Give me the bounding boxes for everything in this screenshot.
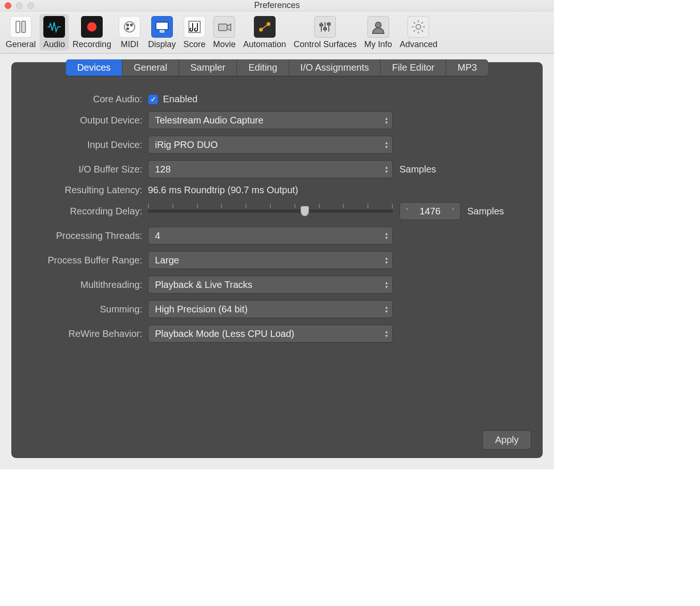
toolbar-tab-myinfo[interactable]: My Info [360,14,396,50]
devices-form: Core Audio: ✓ Enabled Output Device: Tel… [11,77,543,354]
row-input-device: Input Device: iRig PRO DUO ▴▾ [25,136,529,154]
multithreading-select[interactable]: Playback & Live Tracks ▴▾ [148,276,393,294]
stepper-up-icon[interactable]: ˄ [450,208,456,214]
row-recording-delay: Recording Delay: ˅ 1476 ˄ Sa [25,202,529,220]
output-device-label: Output Device: [25,115,148,126]
chevrons-icon: ▴▾ [385,116,388,124]
toolbar-tab-movie[interactable]: Movie [209,14,239,50]
toolbar-tab-control[interactable]: Control Surfaces [290,14,360,50]
toolbar-label: Display [148,40,176,49]
row-output-device: Output Device: Telestream Audio Capture … [25,111,529,129]
subtab-general[interactable]: General [122,59,179,76]
chevrons-icon: ▴▾ [385,281,388,289]
svg-rect-18 [327,23,330,25]
toolbar-label: Recording [73,40,111,49]
process-buffer-range-label: Process Buffer Range: [25,255,148,266]
toolbar-tab-general[interactable]: General [2,14,40,50]
rewire-select[interactable]: Playback Mode (Less CPU Load) ▴▾ [148,325,393,343]
latency-value: 96.6 ms Roundtrip (90.7 ms Output) [148,185,298,196]
svg-rect-16 [320,24,323,26]
subtab-devices[interactable]: Devices [66,59,122,76]
processing-threads-select[interactable]: 4 ▴▾ [148,227,393,245]
io-buffer-label: I/O Buffer Size: [25,164,148,175]
toolbar-label: Audio [43,40,65,49]
subtab-file-editor[interactable]: File Editor [381,59,446,76]
io-buffer-value: 128 [155,164,171,175]
slider-thumb[interactable] [301,206,309,216]
toolbar-tab-recording[interactable]: Recording [69,14,115,50]
core-audio-label: Core Audio: [25,94,148,105]
svg-point-3 [124,22,135,32]
output-device-select[interactable]: Telestream Audio Capture ▴▾ [148,111,393,129]
recording-delay-stepper[interactable]: ˅ 1476 ˄ [399,202,461,220]
svg-point-19 [375,22,381,28]
svg-rect-17 [324,28,326,30]
recording-delay-label: Recording Delay: [25,206,148,217]
io-buffer-unit: Samples [399,164,436,175]
row-process-buffer-range: Process Buffer Range: Large ▴▾ [25,251,529,269]
toolbar-tab-score[interactable]: Score [179,14,209,50]
slider-track [148,210,393,213]
gear-icon [407,16,429,38]
toolbar-label: Movie [213,40,236,49]
svg-point-5 [130,24,132,26]
summing-label: Summing: [25,304,148,315]
row-core-audio: Core Audio: ✓ Enabled [25,94,529,105]
recording-delay-value: 1476 [420,206,441,217]
processing-threads-value: 4 [155,230,160,241]
switch-icon [10,16,32,38]
recording-delay-unit: Samples [467,206,504,217]
subtab-bar: DevicesGeneralSamplerEditingI/O Assignme… [11,61,543,76]
subtab-sampler[interactable]: Sampler [179,59,237,76]
toolbar-label: General [6,40,36,49]
row-rewire: ReWire Behavior: Playback Mode (Less CPU… [25,325,529,343]
input-device-value: iRig PRO DUO [155,139,218,150]
toolbar-label: Automation [243,40,286,49]
toolbar-tab-advanced[interactable]: Advanced [396,14,441,50]
core-audio-enabled-text: Enabled [163,94,197,105]
latency-label: Resulting Latency: [25,185,148,196]
processing-threads-label: Processing Threads: [25,230,148,241]
core-audio-checkbox[interactable]: ✓ [148,94,158,105]
score-icon [184,16,205,38]
rewire-label: ReWire Behavior: [25,328,148,339]
toolbar-label: Score [183,40,205,49]
automation-icon [254,16,276,38]
summing-value: High Precision (64 bit) [155,304,248,315]
rec-icon [81,16,103,38]
toolbar-label: Advanced [399,40,437,49]
recording-delay-slider[interactable] [148,205,393,218]
toolbar-tab-midi[interactable]: MIDI [115,14,144,50]
process-buffer-range-select[interactable]: Large ▴▾ [148,251,393,269]
row-summing: Summing: High Precision (64 bit) ▴▾ [25,300,529,318]
subtab-editing[interactable]: Editing [237,59,289,76]
toolbar-tab-audio[interactable]: Audio [40,14,69,50]
svg-point-20 [416,25,421,29]
input-device-label: Input Device: [25,139,148,150]
camera-icon [213,16,235,38]
panel-area: DevicesGeneralSamplerEditingI/O Assignme… [0,54,554,469]
palette-icon [119,16,140,38]
waveform-icon [43,16,65,38]
subtab-i-o-assignments[interactable]: I/O Assignments [289,59,381,76]
stepper-down-icon[interactable]: ˅ [404,208,410,214]
row-multithreading: Multithreading: Playback & Live Tracks ▴… [25,276,529,294]
checkmark-icon: ✓ [150,95,156,104]
io-buffer-select[interactable]: 128 ▴▾ [148,160,393,178]
svg-point-4 [127,24,129,26]
preferences-window: Preferences GeneralAudioRecordingMIDIDis… [0,0,554,469]
toolbar-label: MIDI [121,40,138,49]
monitor-icon [151,16,173,38]
chevrons-icon: ▴▾ [385,232,388,240]
slider-ticks [148,204,393,208]
subtab-mp3[interactable]: MP3 [446,59,488,76]
process-buffer-range-value: Large [155,255,179,266]
summing-select[interactable]: High Precision (64 bit) ▴▾ [148,300,393,318]
toolbar: GeneralAudioRecordingMIDIDisplayScoreMov… [0,11,554,54]
output-device-value: Telestream Audio Capture [155,115,263,126]
toolbar-label: Control Surfaces [293,40,357,49]
toolbar-tab-display[interactable]: Display [144,14,179,50]
apply-button[interactable]: Apply [482,430,531,450]
input-device-select[interactable]: iRig PRO DUO ▴▾ [148,136,393,154]
toolbar-tab-automation[interactable]: Automation [239,14,290,50]
